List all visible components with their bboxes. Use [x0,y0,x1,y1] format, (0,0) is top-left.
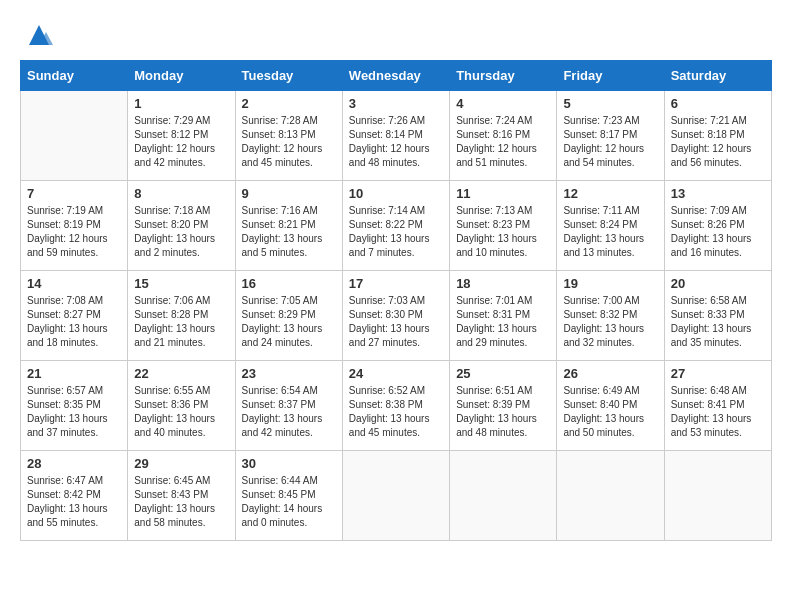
day-info: Sunrise: 7:19 AMSunset: 8:19 PMDaylight:… [27,204,121,260]
day-number: 21 [27,366,121,381]
week-row-2: 7 Sunrise: 7:19 AMSunset: 8:19 PMDayligh… [21,181,772,271]
day-number: 7 [27,186,121,201]
day-info: Sunrise: 7:06 AMSunset: 8:28 PMDaylight:… [134,294,228,350]
day-number: 28 [27,456,121,471]
day-number: 29 [134,456,228,471]
day-info: Sunrise: 7:00 AMSunset: 8:32 PMDaylight:… [563,294,657,350]
day-cell: 13 Sunrise: 7:09 AMSunset: 8:26 PMDaylig… [664,181,771,271]
day-info: Sunrise: 7:14 AMSunset: 8:22 PMDaylight:… [349,204,443,260]
day-cell [342,451,449,541]
day-cell: 14 Sunrise: 7:08 AMSunset: 8:27 PMDaylig… [21,271,128,361]
logo [20,20,54,50]
day-cell: 29 Sunrise: 6:45 AMSunset: 8:43 PMDaylig… [128,451,235,541]
header-cell-friday: Friday [557,61,664,91]
day-number: 15 [134,276,228,291]
day-number: 30 [242,456,336,471]
day-cell: 15 Sunrise: 7:06 AMSunset: 8:28 PMDaylig… [128,271,235,361]
day-number: 19 [563,276,657,291]
calendar-table: SundayMondayTuesdayWednesdayThursdayFrid… [20,60,772,541]
day-number: 12 [563,186,657,201]
day-info: Sunrise: 7:11 AMSunset: 8:24 PMDaylight:… [563,204,657,260]
day-number: 5 [563,96,657,111]
day-number: 26 [563,366,657,381]
day-info: Sunrise: 6:47 AMSunset: 8:42 PMDaylight:… [27,474,121,530]
day-cell: 28 Sunrise: 6:47 AMSunset: 8:42 PMDaylig… [21,451,128,541]
day-number: 3 [349,96,443,111]
day-info: Sunrise: 7:03 AMSunset: 8:30 PMDaylight:… [349,294,443,350]
day-number: 14 [27,276,121,291]
day-cell: 3 Sunrise: 7:26 AMSunset: 8:14 PMDayligh… [342,91,449,181]
day-cell: 9 Sunrise: 7:16 AMSunset: 8:21 PMDayligh… [235,181,342,271]
day-info: Sunrise: 6:45 AMSunset: 8:43 PMDaylight:… [134,474,228,530]
day-cell: 6 Sunrise: 7:21 AMSunset: 8:18 PMDayligh… [664,91,771,181]
header-cell-tuesday: Tuesday [235,61,342,91]
week-row-1: 1 Sunrise: 7:29 AMSunset: 8:12 PMDayligh… [21,91,772,181]
day-cell: 22 Sunrise: 6:55 AMSunset: 8:36 PMDaylig… [128,361,235,451]
header-cell-wednesday: Wednesday [342,61,449,91]
day-number: 22 [134,366,228,381]
day-number: 27 [671,366,765,381]
day-cell: 19 Sunrise: 7:00 AMSunset: 8:32 PMDaylig… [557,271,664,361]
week-row-5: 28 Sunrise: 6:47 AMSunset: 8:42 PMDaylig… [21,451,772,541]
day-info: Sunrise: 6:55 AMSunset: 8:36 PMDaylight:… [134,384,228,440]
day-info: Sunrise: 7:09 AMSunset: 8:26 PMDaylight:… [671,204,765,260]
day-info: Sunrise: 6:57 AMSunset: 8:35 PMDaylight:… [27,384,121,440]
day-cell: 12 Sunrise: 7:11 AMSunset: 8:24 PMDaylig… [557,181,664,271]
week-row-4: 21 Sunrise: 6:57 AMSunset: 8:35 PMDaylig… [21,361,772,451]
day-info: Sunrise: 7:21 AMSunset: 8:18 PMDaylight:… [671,114,765,170]
day-info: Sunrise: 7:08 AMSunset: 8:27 PMDaylight:… [27,294,121,350]
day-number: 20 [671,276,765,291]
day-info: Sunrise: 6:54 AMSunset: 8:37 PMDaylight:… [242,384,336,440]
header-row: SundayMondayTuesdayWednesdayThursdayFrid… [21,61,772,91]
day-info: Sunrise: 6:58 AMSunset: 8:33 PMDaylight:… [671,294,765,350]
day-cell: 7 Sunrise: 7:19 AMSunset: 8:19 PMDayligh… [21,181,128,271]
day-cell: 17 Sunrise: 7:03 AMSunset: 8:30 PMDaylig… [342,271,449,361]
day-cell: 2 Sunrise: 7:28 AMSunset: 8:13 PMDayligh… [235,91,342,181]
day-info: Sunrise: 6:48 AMSunset: 8:41 PMDaylight:… [671,384,765,440]
day-cell: 26 Sunrise: 6:49 AMSunset: 8:40 PMDaylig… [557,361,664,451]
day-info: Sunrise: 7:18 AMSunset: 8:20 PMDaylight:… [134,204,228,260]
day-number: 2 [242,96,336,111]
day-info: Sunrise: 7:16 AMSunset: 8:21 PMDaylight:… [242,204,336,260]
day-info: Sunrise: 7:24 AMSunset: 8:16 PMDaylight:… [456,114,550,170]
day-info: Sunrise: 6:52 AMSunset: 8:38 PMDaylight:… [349,384,443,440]
day-info: Sunrise: 7:13 AMSunset: 8:23 PMDaylight:… [456,204,550,260]
day-cell: 1 Sunrise: 7:29 AMSunset: 8:12 PMDayligh… [128,91,235,181]
header-cell-sunday: Sunday [21,61,128,91]
day-number: 23 [242,366,336,381]
day-cell: 16 Sunrise: 7:05 AMSunset: 8:29 PMDaylig… [235,271,342,361]
header-cell-saturday: Saturday [664,61,771,91]
day-info: Sunrise: 7:01 AMSunset: 8:31 PMDaylight:… [456,294,550,350]
day-number: 10 [349,186,443,201]
day-cell: 5 Sunrise: 7:23 AMSunset: 8:17 PMDayligh… [557,91,664,181]
day-cell: 20 Sunrise: 6:58 AMSunset: 8:33 PMDaylig… [664,271,771,361]
day-info: Sunrise: 6:49 AMSunset: 8:40 PMDaylight:… [563,384,657,440]
day-cell: 10 Sunrise: 7:14 AMSunset: 8:22 PMDaylig… [342,181,449,271]
day-cell: 23 Sunrise: 6:54 AMSunset: 8:37 PMDaylig… [235,361,342,451]
day-cell: 21 Sunrise: 6:57 AMSunset: 8:35 PMDaylig… [21,361,128,451]
day-number: 17 [349,276,443,291]
day-cell: 24 Sunrise: 6:52 AMSunset: 8:38 PMDaylig… [342,361,449,451]
day-cell [664,451,771,541]
day-info: Sunrise: 7:05 AMSunset: 8:29 PMDaylight:… [242,294,336,350]
day-cell [21,91,128,181]
day-cell: 8 Sunrise: 7:18 AMSunset: 8:20 PMDayligh… [128,181,235,271]
day-cell [557,451,664,541]
day-cell [450,451,557,541]
day-cell: 30 Sunrise: 6:44 AMSunset: 8:45 PMDaylig… [235,451,342,541]
day-cell: 27 Sunrise: 6:48 AMSunset: 8:41 PMDaylig… [664,361,771,451]
day-info: Sunrise: 6:44 AMSunset: 8:45 PMDaylight:… [242,474,336,530]
day-info: Sunrise: 7:29 AMSunset: 8:12 PMDaylight:… [134,114,228,170]
logo-icon [24,20,54,50]
header-cell-thursday: Thursday [450,61,557,91]
week-row-3: 14 Sunrise: 7:08 AMSunset: 8:27 PMDaylig… [21,271,772,361]
day-cell: 11 Sunrise: 7:13 AMSunset: 8:23 PMDaylig… [450,181,557,271]
day-cell: 18 Sunrise: 7:01 AMSunset: 8:31 PMDaylig… [450,271,557,361]
day-info: Sunrise: 7:28 AMSunset: 8:13 PMDaylight:… [242,114,336,170]
day-number: 25 [456,366,550,381]
day-cell: 25 Sunrise: 6:51 AMSunset: 8:39 PMDaylig… [450,361,557,451]
day-number: 4 [456,96,550,111]
day-number: 11 [456,186,550,201]
day-info: Sunrise: 7:23 AMSunset: 8:17 PMDaylight:… [563,114,657,170]
day-number: 16 [242,276,336,291]
